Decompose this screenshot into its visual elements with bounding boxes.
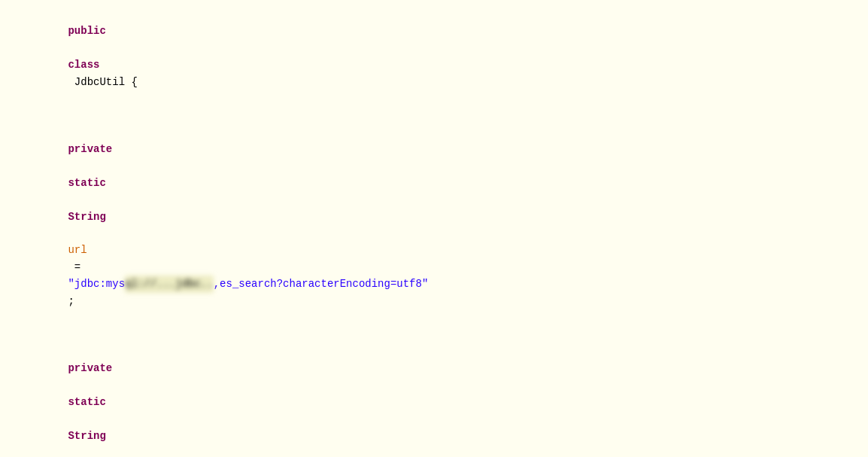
keyword-class: class <box>68 59 99 71</box>
code-line-2: private static String url = "jdbc:mysql:… <box>0 107 868 326</box>
code-editor: public class JdbcUtil { private static S… <box>0 0 868 457</box>
code-line-3: private static String username = "roo " … <box>0 326 868 457</box>
line-content-1: public class JdbcUtil { <box>23 6 868 107</box>
line-content-3: private static String username = "roo " … <box>23 326 868 457</box>
field-url: url <box>68 244 86 256</box>
code-line-1: public class JdbcUtil { <box>0 6 868 107</box>
line-content-2: private static String url = "jdbc:mysql:… <box>23 107 868 326</box>
keyword-public: public <box>68 25 105 37</box>
